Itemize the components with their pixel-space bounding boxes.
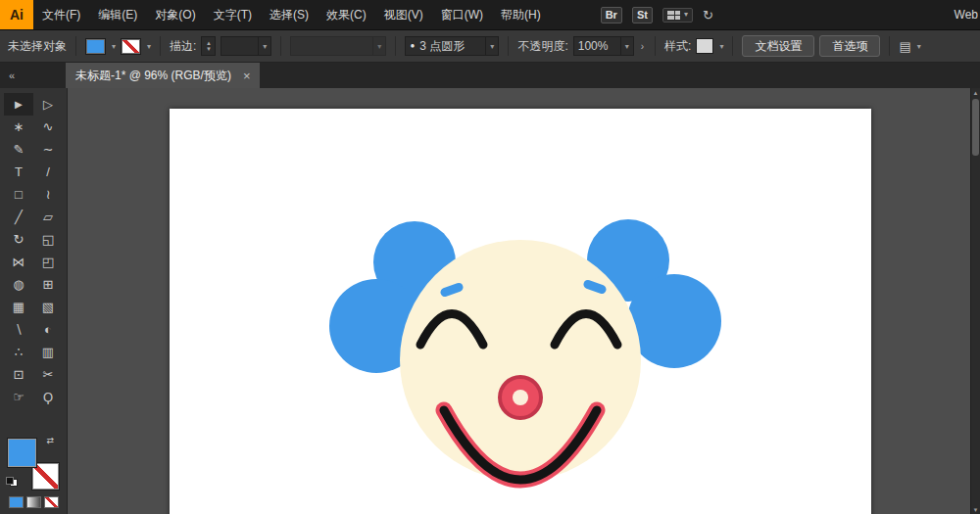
stroke-weight-dropdown[interactable]: ▾ — [220, 36, 271, 56]
free-transform-tool[interactable]: ◰ — [33, 251, 63, 273]
magic-wand-tool[interactable]: ∗ — [4, 116, 33, 138]
rotate-tool[interactable]: ↻ — [4, 228, 33, 251]
preferences-button[interactable]: 首选项 — [819, 35, 880, 57]
separator — [395, 36, 396, 56]
eraser-tool[interactable]: ▱ — [33, 206, 63, 228]
separator — [655, 36, 656, 56]
clown-face[interactable] — [400, 240, 641, 481]
brush-definition-dropdown[interactable]: ● 3 点圆形 ▾ — [405, 36, 499, 56]
width-profile-dropdown[interactable]: ▾ — [290, 36, 386, 56]
fill-stroke-widget: ⇄ — [5, 437, 62, 490]
menu-item[interactable]: 文件(F) — [33, 0, 89, 29]
swap-fill-stroke-icon[interactable]: ⇄ — [46, 437, 54, 445]
scroll-down-icon[interactable]: ▼ — [971, 505, 980, 514]
separator — [889, 36, 890, 56]
menu-item[interactable]: 视图(V) — [375, 0, 432, 29]
chevron-down-icon: ▾ — [258, 37, 267, 55]
illustrator-window: Ai 文件(F)编辑(E)对象(O)文字(T)选择(S)效果(C)视图(V)窗口… — [0, 0, 980, 514]
stroke-color-swatch[interactable] — [121, 38, 141, 55]
workspace-grid-icon — [667, 11, 680, 20]
default-fill-stroke-icon[interactable] — [6, 477, 18, 487]
menu-item[interactable]: 效果(C) — [318, 0, 375, 29]
none-button[interactable] — [44, 496, 59, 508]
document-setup-button[interactable]: 文档设置 — [742, 35, 814, 57]
opacity-dropdown[interactable]: 100% ▾ — [573, 36, 634, 56]
scroll-up-icon[interactable]: ▲ — [971, 88, 980, 97]
clown-nose-center[interactable] — [513, 390, 528, 405]
graphic-style-swatch[interactable] — [696, 38, 713, 54]
stroke-weight-label: 描边: — [170, 38, 196, 55]
stroke-weight-stepper[interactable]: ▲ ▼ — [201, 36, 216, 56]
separator — [75, 36, 76, 56]
workspace-switcher[interactable]: ▾ — [662, 8, 693, 23]
selection-tool[interactable]: ► — [4, 93, 33, 116]
chevron-down-icon: ▾ — [485, 37, 494, 55]
stock-button[interactable]: St — [632, 7, 653, 23]
stroke-indicator-swatch[interactable] — [32, 463, 59, 490]
menu-item[interactable]: 窗口(W) — [432, 0, 492, 29]
slice-tool[interactable]: ✂ — [33, 363, 63, 386]
paintbrush-tool[interactable]: ≀ — [33, 183, 63, 206]
scrollbar-thumb[interactable] — [972, 99, 979, 156]
direct-selection-tool[interactable]: ▷ — [33, 93, 63, 116]
document-tab-title: 未标题-1* @ 96% (RGB/预览) — [75, 68, 231, 84]
panel-collapse-button[interactable]: « — [3, 67, 21, 84]
shape-builder-tool[interactable]: ◍ — [4, 273, 33, 296]
eyedropper-tool[interactable]: ∖ — [4, 318, 33, 341]
menu-item[interactable]: 帮助(H) — [492, 0, 550, 29]
opacity-panel-arrow-icon[interactable]: › — [639, 41, 646, 52]
arrange-documents-icon[interactable]: ▤ — [899, 39, 910, 54]
line-segment-tool[interactable]: / — [33, 161, 63, 183]
chevron-down-icon: ▾ — [684, 11, 688, 19]
hand-tool[interactable]: ☞ — [4, 386, 33, 408]
chevron-down-icon[interactable]: ▾ — [147, 42, 151, 51]
scale-tool[interactable]: ◱ — [33, 228, 63, 251]
symbol-sprayer-tool[interactable]: ∴ — [4, 341, 33, 363]
fill-color-swatch[interactable] — [85, 38, 106, 55]
lasso-tool[interactable]: ∿ — [33, 116, 63, 138]
pencil-tool[interactable]: ╱ — [4, 206, 33, 228]
tab-bar: « 未标题-1* @ 96% (RGB/预览) × — [0, 63, 980, 88]
separator — [508, 36, 509, 56]
chevron-down-icon[interactable]: ▾ — [917, 42, 921, 51]
blend-tool[interactable]: ◐ — [33, 318, 63, 341]
gradient-tool[interactable]: ▧ — [33, 296, 63, 318]
gradient-button[interactable] — [26, 496, 41, 508]
paint-mode-buttons — [9, 496, 59, 508]
artboard[interactable] — [170, 109, 871, 514]
separator — [160, 36, 161, 56]
menu-item[interactable]: 文字(T) — [205, 0, 261, 29]
document-tab[interactable]: 未标题-1* @ 96% (RGB/预览) × — [66, 63, 260, 88]
chevron-down-icon[interactable]: ▾ — [112, 42, 116, 51]
zoom-tool[interactable]: Ϙ — [33, 386, 63, 408]
opacity-label: 不透明度: — [517, 38, 567, 55]
perspective-grid-tool[interactable]: ⊞ — [33, 273, 63, 296]
menu-bar: Ai 文件(F)编辑(E)对象(O)文字(T)选择(S)效果(C)视图(V)窗口… — [0, 0, 980, 29]
menu-item[interactable]: 对象(O) — [146, 0, 204, 29]
sync-settings-icon[interactable]: ↻ — [703, 8, 713, 23]
pen-tool[interactable]: ✎ — [4, 138, 33, 161]
chevron-down-icon[interactable]: ▾ — [719, 42, 723, 51]
clown-artwork[interactable] — [170, 109, 871, 514]
menu-item[interactable]: 编辑(E) — [89, 0, 146, 29]
workspace-name[interactable]: Web — [955, 0, 978, 29]
width-tool[interactable]: ⋈ — [4, 251, 33, 273]
menu-item[interactable]: 选择(S) — [261, 0, 318, 29]
rectangle-tool[interactable]: □ — [4, 183, 33, 206]
hair-lobe[interactable] — [627, 274, 721, 368]
menu-items: 文件(F)编辑(E)对象(O)文字(T)选择(S)效果(C)视图(V)窗口(W)… — [33, 0, 550, 29]
vertical-scrollbar[interactable]: ▲ ▼ — [970, 88, 980, 514]
brush-preview-icon: ● — [410, 42, 415, 50]
canvas-area[interactable] — [68, 88, 970, 514]
stepper-down-icon[interactable]: ▼ — [206, 46, 212, 52]
control-bar: 未选择对象 ▾ ▾ 描边: ▲ ▼ ▾ ▾ ● 3 点圆形 ▾ 不透明度: — [0, 29, 980, 63]
curvature-tool[interactable]: ∼ — [33, 138, 63, 161]
artboard-tool[interactable]: ⊡ — [4, 363, 33, 386]
close-icon[interactable]: × — [243, 70, 251, 82]
bridge-button[interactable]: Br — [601, 7, 622, 23]
fill-indicator-swatch[interactable] — [8, 439, 36, 467]
mesh-tool[interactable]: ▦ — [4, 296, 33, 318]
color-button[interactable] — [9, 496, 24, 508]
column-graph-tool[interactable]: ▥ — [33, 341, 63, 363]
type-tool[interactable]: T — [4, 161, 33, 183]
